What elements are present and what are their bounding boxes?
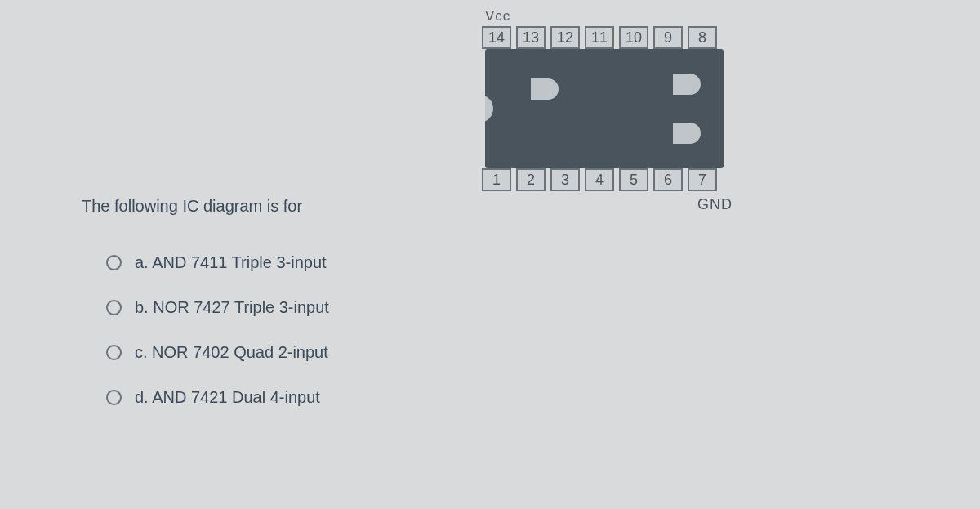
pin-1: 1	[482, 168, 511, 191]
gate-icon	[673, 74, 701, 95]
pin-7: 7	[688, 168, 717, 191]
pin-10: 10	[619, 26, 648, 49]
pin-13: 13	[516, 26, 546, 49]
pin-5: 5	[619, 168, 648, 191]
pin-4: 4	[585, 168, 614, 191]
pin-9: 9	[653, 26, 683, 49]
option-c[interactable]: c. NOR 7402 Quad 2-input	[106, 343, 329, 362]
ic-body	[485, 49, 724, 168]
option-d[interactable]: d. AND 7421 Dual 4-input	[106, 388, 329, 407]
radio-icon[interactable]	[106, 300, 122, 315]
option-b[interactable]: b. NOR 7427 Triple 3-input	[106, 298, 329, 317]
radio-icon[interactable]	[106, 345, 122, 360]
option-label: a. AND 7411 Triple 3-input	[135, 253, 327, 272]
gnd-label: GND	[697, 196, 733, 213]
gate-icon	[531, 78, 559, 100]
vcc-label: Vcc	[485, 8, 510, 25]
pin-8: 8	[688, 26, 717, 49]
option-a[interactable]: a. AND 7411 Triple 3-input	[106, 253, 329, 272]
pin-6: 6	[653, 168, 683, 191]
option-label: d. AND 7421 Dual 4-input	[135, 388, 320, 407]
ic-notch	[485, 95, 493, 123]
question-text: The following IC diagram is for	[82, 197, 302, 216]
pin-3: 3	[550, 168, 580, 191]
radio-icon[interactable]	[106, 390, 122, 405]
gate-icon	[673, 123, 701, 144]
options-group: a. AND 7411 Triple 3-input b. NOR 7427 T…	[106, 253, 329, 433]
pin-14: 14	[482, 26, 511, 49]
radio-icon[interactable]	[106, 255, 122, 270]
bottom-pin-row: 1 2 3 4 5 6 7	[482, 168, 717, 191]
option-label: c. NOR 7402 Quad 2-input	[135, 343, 328, 362]
pin-11: 11	[585, 26, 614, 49]
pin-2: 2	[516, 168, 546, 191]
top-pin-row: 14 13 12 11 10 9 8	[482, 26, 717, 49]
pin-12: 12	[550, 26, 580, 49]
option-label: b. NOR 7427 Triple 3-input	[135, 298, 329, 317]
